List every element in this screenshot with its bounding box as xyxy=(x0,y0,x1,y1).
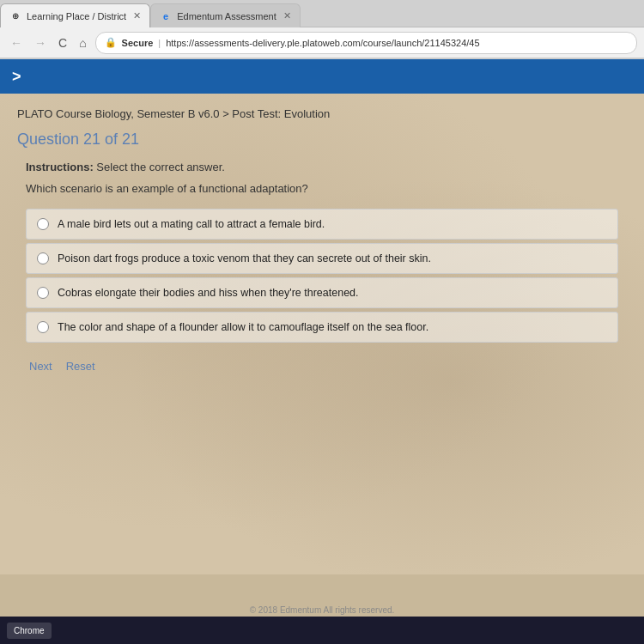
tab-bar: ⊕ Learning Place / District ✕ e Edmentum… xyxy=(0,0,644,27)
breadcrumb: PLATO Course Biology, Semester B v6.0 > … xyxy=(17,107,627,120)
option-a-text: A male bird lets out a mating call to at… xyxy=(58,218,325,230)
footer-text: © 2018 Edmentum All rights reserved. xyxy=(250,605,395,615)
button-row: Next Reset xyxy=(29,360,627,373)
taskbar-browser-label: Chrome xyxy=(14,626,45,635)
option-a[interactable]: A male bird lets out a mating call to at… xyxy=(26,209,618,240)
content-area: PLATO Course Biology, Semester B v6.0 > … xyxy=(0,94,644,574)
instructions-block: Instructions: Select the correct answer. xyxy=(26,161,627,173)
option-c[interactable]: Cobras elongate their bodies and hiss wh… xyxy=(26,277,618,308)
tab2-favicon: e xyxy=(160,10,172,22)
radio-a[interactable] xyxy=(37,218,49,230)
secure-label: Secure xyxy=(122,38,154,48)
instructions-label: Instructions: xyxy=(26,161,94,173)
refresh-button[interactable]: C xyxy=(55,34,70,52)
address-bar[interactable]: 🔒 Secure | https://assessments-delivery.… xyxy=(95,32,637,54)
taskbar: Chrome xyxy=(0,617,644,644)
tab2-label: Edmentum Assessment xyxy=(177,11,276,21)
radio-c[interactable] xyxy=(37,287,49,299)
lock-icon: 🔒 xyxy=(105,37,117,48)
option-b-text: Poison dart frogs produce a toxic venom … xyxy=(58,252,431,264)
blue-toolbar: > xyxy=(0,59,644,94)
option-d-text: The color and shape of a flounder allow … xyxy=(58,321,428,333)
radio-d[interactable] xyxy=(37,321,49,333)
chevron-button[interactable]: > xyxy=(12,68,21,86)
home-button[interactable]: ⌂ xyxy=(76,34,89,52)
question-number: Question 21 of 21 xyxy=(17,131,627,149)
tab1-label: Learning Place / District xyxy=(27,11,126,21)
option-b[interactable]: Poison dart frogs produce a toxic venom … xyxy=(26,243,618,274)
url-text: https://assessments-delivery.ple.platowe… xyxy=(166,38,479,48)
option-c-text: Cobras elongate their bodies and hiss wh… xyxy=(58,287,359,299)
options-container: A male bird lets out a mating call to at… xyxy=(26,209,618,343)
address-bar-row: ← → C ⌂ 🔒 Secure | https://assessments-d… xyxy=(0,27,644,58)
reset-button[interactable]: Reset xyxy=(66,360,95,373)
page-footer: © 2018 Edmentum All rights reserved. xyxy=(0,601,644,617)
question-text: Which scenario is an example of a functi… xyxy=(26,182,627,195)
back-button[interactable]: ← xyxy=(7,34,26,52)
radio-b[interactable] xyxy=(37,252,49,264)
tab-edmentum[interactable]: e Edmentum Assessment ✕ xyxy=(150,3,301,27)
tab1-close[interactable]: ✕ xyxy=(133,10,141,21)
taskbar-browser[interactable]: Chrome xyxy=(7,623,52,639)
instructions-text: Select the correct answer. xyxy=(96,161,225,173)
tab1-favicon: ⊕ xyxy=(9,10,21,22)
browser-chrome: ⊕ Learning Place / District ✕ e Edmentum… xyxy=(0,0,644,59)
next-button[interactable]: Next xyxy=(29,360,52,373)
tab2-close[interactable]: ✕ xyxy=(283,10,291,21)
tab-learning-place[interactable]: ⊕ Learning Place / District ✕ xyxy=(0,3,150,27)
option-d[interactable]: The color and shape of a flounder allow … xyxy=(26,312,618,343)
forward-button[interactable]: → xyxy=(31,34,50,52)
